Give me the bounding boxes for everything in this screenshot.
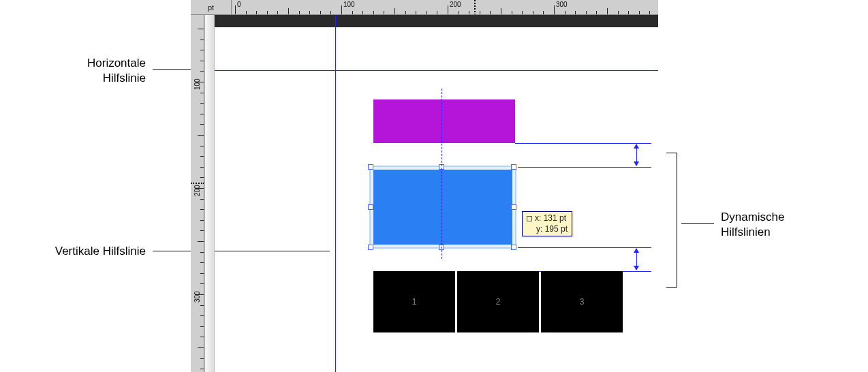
arrow-up-icon [634, 144, 639, 149]
label-horizontal-guide: Horizontale Hilfslinie [0, 56, 146, 86]
ruler-unit-label[interactable]: pt [191, 0, 232, 15]
label-vertical-guide: Vertikale Hilfslinie [0, 244, 146, 259]
selection-handle[interactable] [511, 164, 516, 170]
tooltip-anchor-icon [527, 216, 532, 221]
bracket-dynamic [666, 153, 677, 288]
ruler-cursor-marker [474, 0, 476, 15]
ruler-cursor-marker [191, 183, 204, 184]
black-box-label: 1 [412, 297, 417, 307]
selection-handle[interactable] [368, 164, 373, 170]
shape-black-box[interactable]: 3 [541, 271, 623, 332]
selection-handle[interactable] [368, 204, 373, 210]
arrow-down-icon [634, 266, 639, 270]
label-dynamic-guides: Dynamische Hilfslinien [721, 210, 785, 240]
shape-black-box[interactable]: 2 [457, 271, 539, 332]
dynamic-guide-line [518, 167, 651, 168]
callout-line-dynamic [681, 223, 714, 224]
vertical-scrollbar[interactable] [204, 15, 215, 372]
horizontal-guide-line[interactable] [215, 70, 658, 71]
editor-window: pt 0100200300 100200300 x: 131 pt y: 195… [191, 0, 658, 372]
ruler-tick-label: 300 [193, 291, 201, 303]
ruler-tick-label: 200 [450, 1, 461, 8]
tooltip-y-value: y: 195 pt [536, 224, 568, 234]
black-box-label: 2 [496, 297, 501, 307]
arrow-down-icon [634, 161, 639, 166]
ruler-tick-label: 200 [193, 185, 201, 196]
vertical-ruler[interactable]: 100200300 [191, 15, 204, 372]
page-outside-area [215, 15, 658, 27]
vertical-guide-line[interactable] [335, 15, 336, 372]
ruler-tick-label: 100 [343, 1, 355, 8]
ruler-tick-label: 100 [193, 78, 201, 90]
shape-black-box[interactable]: 1 [373, 271, 455, 332]
ruler-tick-label: 300 [556, 1, 568, 8]
arrow-up-icon [634, 248, 639, 253]
dynamic-guide-line [518, 247, 651, 248]
position-tooltip: x: 131 pt y: 195 pt [522, 211, 572, 236]
black-box-label: 3 [580, 297, 585, 307]
shape-purple-rect[interactable] [373, 99, 515, 143]
shape-blue-rect[interactable] [373, 170, 512, 245]
ruler-tick-label: 0 [237, 1, 241, 8]
selection-handle[interactable] [368, 245, 373, 250]
horizontal-ruler[interactable]: 0100200300 [232, 0, 658, 15]
selection-handle[interactable] [511, 245, 516, 250]
smart-guide-center-vertical [441, 89, 442, 259]
tooltip-x-value: x: 131 pt [535, 213, 566, 223]
dynamic-guide-line [515, 143, 651, 144]
selection-handle[interactable] [511, 204, 516, 210]
